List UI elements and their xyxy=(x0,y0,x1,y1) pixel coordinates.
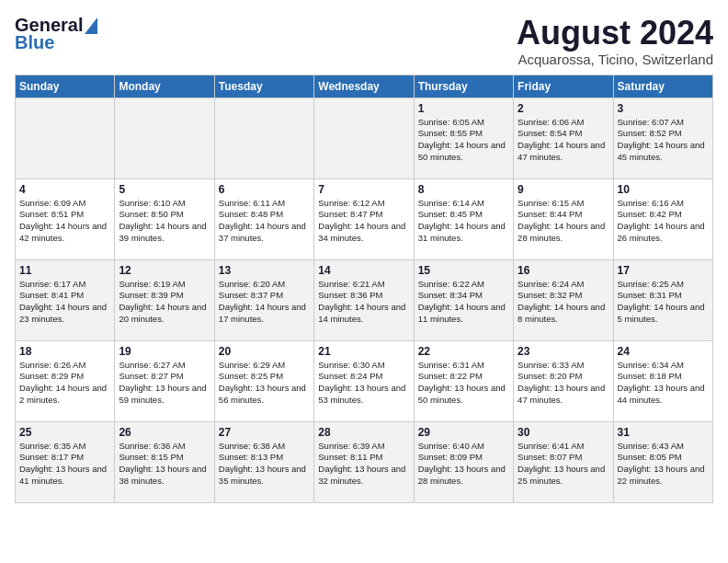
day-number: 15 xyxy=(418,264,509,277)
cell-info: Sunrise: 6:26 AM Sunset: 8:29 PM Dayligh… xyxy=(19,360,110,407)
cell-info: Sunrise: 6:15 AM Sunset: 8:44 PM Dayligh… xyxy=(518,198,609,245)
page-header: General Blue August 2024 Acquarossa, Tic… xyxy=(15,15,713,67)
month-title: August 2024 xyxy=(517,15,713,52)
day-number: 11 xyxy=(19,264,110,277)
location: Acquarossa, Ticino, Switzerland xyxy=(517,52,713,67)
day-number: 12 xyxy=(119,264,210,277)
cell-info: Sunrise: 6:34 AM Sunset: 8:18 PM Dayligh… xyxy=(618,360,709,407)
week-row-3: 11Sunrise: 6:17 AM Sunset: 8:41 PM Dayli… xyxy=(16,259,713,340)
calendar-cell: 13Sunrise: 6:20 AM Sunset: 8:37 PM Dayli… xyxy=(214,259,313,340)
calendar-cell: 10Sunrise: 6:16 AM Sunset: 8:42 PM Dayli… xyxy=(613,178,712,259)
cell-info: Sunrise: 6:22 AM Sunset: 8:34 PM Dayligh… xyxy=(418,279,509,326)
calendar-cell: 8Sunrise: 6:14 AM Sunset: 8:45 PM Daylig… xyxy=(414,178,513,259)
calendar-cell xyxy=(314,98,414,178)
day-header-monday: Monday xyxy=(115,75,214,98)
day-number: 3 xyxy=(618,102,709,115)
calendar-cell: 6Sunrise: 6:11 AM Sunset: 8:48 PM Daylig… xyxy=(214,178,313,259)
day-number: 19 xyxy=(119,345,210,358)
cell-info: Sunrise: 6:39 AM Sunset: 8:11 PM Dayligh… xyxy=(318,441,409,488)
cell-info: Sunrise: 6:20 AM Sunset: 8:37 PM Dayligh… xyxy=(219,279,310,326)
calendar-cell: 28Sunrise: 6:39 AM Sunset: 8:11 PM Dayli… xyxy=(314,421,414,502)
cell-info: Sunrise: 6:38 AM Sunset: 8:13 PM Dayligh… xyxy=(219,441,310,488)
day-number: 4 xyxy=(19,183,110,196)
calendar-cell: 29Sunrise: 6:40 AM Sunset: 8:09 PM Dayli… xyxy=(414,421,513,502)
calendar-cell: 12Sunrise: 6:19 AM Sunset: 8:39 PM Dayli… xyxy=(115,259,214,340)
logo-blue: Blue xyxy=(15,32,54,53)
cell-info: Sunrise: 6:17 AM Sunset: 8:41 PM Dayligh… xyxy=(19,279,110,326)
day-number: 23 xyxy=(518,345,609,358)
day-number: 2 xyxy=(518,102,609,115)
day-number: 5 xyxy=(119,183,210,196)
day-number: 28 xyxy=(318,426,409,439)
cell-info: Sunrise: 6:29 AM Sunset: 8:25 PM Dayligh… xyxy=(219,360,310,407)
week-row-2: 4Sunrise: 6:09 AM Sunset: 8:51 PM Daylig… xyxy=(16,178,713,259)
week-row-5: 25Sunrise: 6:35 AM Sunset: 8:17 PM Dayli… xyxy=(16,421,713,502)
calendar-cell: 9Sunrise: 6:15 AM Sunset: 8:44 PM Daylig… xyxy=(514,178,613,259)
cell-info: Sunrise: 6:41 AM Sunset: 8:07 PM Dayligh… xyxy=(518,441,609,488)
calendar-cell xyxy=(16,98,115,178)
title-block: August 2024 Acquarossa, Ticino, Switzerl… xyxy=(517,15,713,67)
day-header-sunday: Sunday xyxy=(16,75,115,98)
day-number: 9 xyxy=(518,183,609,196)
day-number: 27 xyxy=(219,426,310,439)
calendar-table: SundayMondayTuesdayWednesdayThursdayFrid… xyxy=(15,75,713,503)
calendar-cell: 23Sunrise: 6:33 AM Sunset: 8:20 PM Dayli… xyxy=(514,340,613,421)
cell-info: Sunrise: 6:31 AM Sunset: 8:22 PM Dayligh… xyxy=(418,360,509,407)
week-row-4: 18Sunrise: 6:26 AM Sunset: 8:29 PM Dayli… xyxy=(16,340,713,421)
calendar-cell: 16Sunrise: 6:24 AM Sunset: 8:32 PM Dayli… xyxy=(514,259,613,340)
calendar-cell: 26Sunrise: 6:36 AM Sunset: 8:15 PM Dayli… xyxy=(115,421,214,502)
calendar-cell: 7Sunrise: 6:12 AM Sunset: 8:47 PM Daylig… xyxy=(314,178,414,259)
calendar-cell: 19Sunrise: 6:27 AM Sunset: 8:27 PM Dayli… xyxy=(115,340,214,421)
cell-info: Sunrise: 6:05 AM Sunset: 8:55 PM Dayligh… xyxy=(418,117,509,164)
calendar-cell: 5Sunrise: 6:10 AM Sunset: 8:50 PM Daylig… xyxy=(115,178,214,259)
cell-info: Sunrise: 6:11 AM Sunset: 8:48 PM Dayligh… xyxy=(219,198,310,245)
calendar-cell: 2Sunrise: 6:06 AM Sunset: 8:54 PM Daylig… xyxy=(514,98,613,178)
logo-triangle-icon xyxy=(85,17,97,34)
day-number: 25 xyxy=(19,426,110,439)
calendar-cell: 25Sunrise: 6:35 AM Sunset: 8:17 PM Dayli… xyxy=(16,421,115,502)
cell-info: Sunrise: 6:16 AM Sunset: 8:42 PM Dayligh… xyxy=(618,198,709,245)
calendar-cell: 17Sunrise: 6:25 AM Sunset: 8:31 PM Dayli… xyxy=(613,259,712,340)
calendar-cell: 21Sunrise: 6:30 AM Sunset: 8:24 PM Dayli… xyxy=(314,340,414,421)
day-number: 20 xyxy=(219,345,310,358)
day-number: 6 xyxy=(219,183,310,196)
calendar-cell: 15Sunrise: 6:22 AM Sunset: 8:34 PM Dayli… xyxy=(414,259,513,340)
calendar-cell: 1Sunrise: 6:05 AM Sunset: 8:55 PM Daylig… xyxy=(414,98,513,178)
calendar-cell: 30Sunrise: 6:41 AM Sunset: 8:07 PM Dayli… xyxy=(514,421,613,502)
day-header-friday: Friday xyxy=(514,75,613,98)
day-number: 31 xyxy=(618,426,709,439)
calendar-cell: 11Sunrise: 6:17 AM Sunset: 8:41 PM Dayli… xyxy=(16,259,115,340)
day-number: 29 xyxy=(418,426,509,439)
cell-info: Sunrise: 6:21 AM Sunset: 8:36 PM Dayligh… xyxy=(318,279,409,326)
day-number: 13 xyxy=(219,264,310,277)
calendar-header-row: SundayMondayTuesdayWednesdayThursdayFrid… xyxy=(16,75,713,98)
week-row-1: 1Sunrise: 6:05 AM Sunset: 8:55 PM Daylig… xyxy=(16,98,713,178)
calendar-cell: 20Sunrise: 6:29 AM Sunset: 8:25 PM Dayli… xyxy=(214,340,313,421)
day-number: 24 xyxy=(618,345,709,358)
calendar-cell xyxy=(115,98,214,178)
logo: General Blue xyxy=(15,15,97,53)
day-number: 7 xyxy=(318,183,409,196)
cell-info: Sunrise: 6:36 AM Sunset: 8:15 PM Dayligh… xyxy=(119,441,210,488)
day-number: 1 xyxy=(418,102,509,115)
day-number: 17 xyxy=(618,264,709,277)
cell-info: Sunrise: 6:12 AM Sunset: 8:47 PM Dayligh… xyxy=(318,198,409,245)
cell-info: Sunrise: 6:40 AM Sunset: 8:09 PM Dayligh… xyxy=(418,441,509,488)
cell-info: Sunrise: 6:06 AM Sunset: 8:54 PM Dayligh… xyxy=(518,117,609,164)
day-number: 22 xyxy=(418,345,509,358)
calendar-cell: 24Sunrise: 6:34 AM Sunset: 8:18 PM Dayli… xyxy=(613,340,712,421)
cell-info: Sunrise: 6:35 AM Sunset: 8:17 PM Dayligh… xyxy=(19,441,110,488)
cell-info: Sunrise: 6:14 AM Sunset: 8:45 PM Dayligh… xyxy=(418,198,509,245)
cell-info: Sunrise: 6:10 AM Sunset: 8:50 PM Dayligh… xyxy=(119,198,210,245)
calendar-cell: 27Sunrise: 6:38 AM Sunset: 8:13 PM Dayli… xyxy=(214,421,313,502)
day-header-saturday: Saturday xyxy=(613,75,712,98)
day-number: 26 xyxy=(119,426,210,439)
cell-info: Sunrise: 6:09 AM Sunset: 8:51 PM Dayligh… xyxy=(19,198,110,245)
calendar-cell: 22Sunrise: 6:31 AM Sunset: 8:22 PM Dayli… xyxy=(414,340,513,421)
cell-info: Sunrise: 6:07 AM Sunset: 8:52 PM Dayligh… xyxy=(618,117,709,164)
cell-info: Sunrise: 6:25 AM Sunset: 8:31 PM Dayligh… xyxy=(618,279,709,326)
cell-info: Sunrise: 6:24 AM Sunset: 8:32 PM Dayligh… xyxy=(518,279,609,326)
calendar-cell: 3Sunrise: 6:07 AM Sunset: 8:52 PM Daylig… xyxy=(613,98,712,178)
calendar-cell: 4Sunrise: 6:09 AM Sunset: 8:51 PM Daylig… xyxy=(16,178,115,259)
day-number: 21 xyxy=(318,345,409,358)
